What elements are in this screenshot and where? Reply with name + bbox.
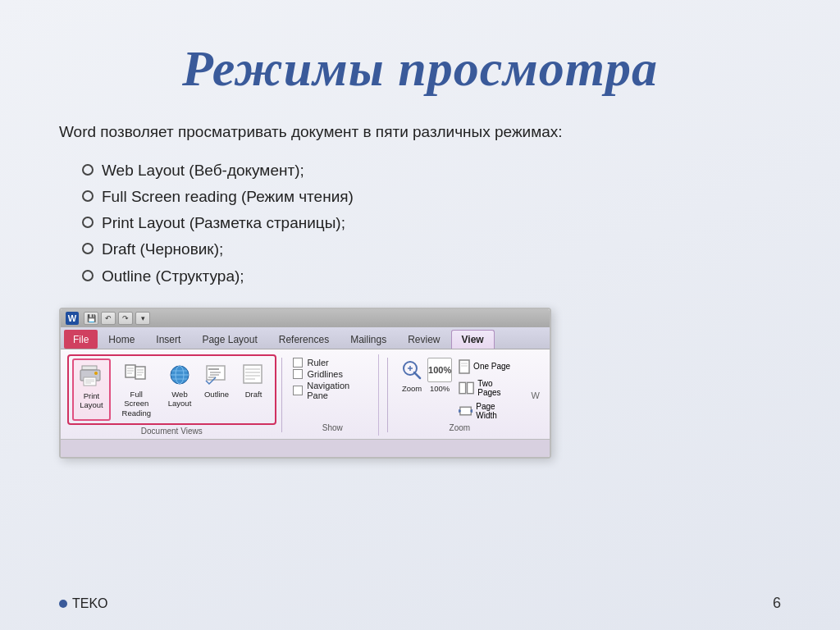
ribbon-divider-2: [387, 358, 388, 432]
tab-page-layout[interactable]: Page Layout: [191, 330, 267, 349]
doc-views-group: PrintLayout: [67, 354, 276, 436]
quick-access-toolbar: 💾 ↶ ↷ ▾: [84, 312, 150, 325]
show-group-items: Ruler Gridlines Navigation Pane: [293, 358, 372, 422]
nav-pane-label: Navigation Pane: [307, 381, 372, 400]
bullet-circle: [82, 164, 94, 176]
full-screen-label: Full ScreenReading: [117, 390, 156, 418]
tab-file[interactable]: File: [64, 330, 98, 349]
svg-rect-0: [82, 366, 97, 370]
ribbon-tabs: File Home Insert Page Layout References …: [61, 327, 550, 349]
print-layout-label: PrintLayout: [80, 391, 103, 410]
zoom-label: Zoom: [402, 384, 422, 393]
gridlines-label: Gridlines: [307, 369, 342, 379]
word-status-bar: [61, 439, 550, 457]
zoom-100-label: 100%: [430, 384, 450, 393]
doc-views-label: Document Views: [67, 427, 276, 436]
outline-label: Outline: [204, 390, 229, 399]
zoom-buttons: Zoom 100% 100%: [399, 358, 520, 422]
two-pages-label: Two Pages: [477, 379, 516, 397]
list-item: Draft (Черновик);: [82, 236, 781, 262]
footer-brand: ТEKO: [72, 596, 108, 611]
doc-views-outline: PrintLayout: [67, 354, 276, 425]
outline-icon: [203, 362, 230, 388]
save-qat-btn[interactable]: 💾: [84, 312, 98, 325]
footer-brand-container: ТEKO: [59, 596, 108, 611]
draft-button[interactable]: Draft: [236, 358, 272, 421]
word-screenshot: W 💾 ↶ ↷ ▾ File Home Insert Page Layout R…: [59, 308, 551, 459]
one-page-button[interactable]: One Page: [455, 358, 520, 376]
tab-home[interactable]: Home: [98, 330, 145, 349]
nav-pane-checkbox[interactable]: [293, 386, 303, 395]
footer-page-number: 6: [773, 595, 781, 612]
ruler-item: Ruler: [293, 358, 372, 368]
svg-rect-38: [468, 382, 474, 393]
ruler-checkbox[interactable]: [293, 358, 303, 368]
bullet-circle: [82, 190, 94, 202]
web-layout-button[interactable]: WebLayout: [162, 358, 198, 421]
zoom-button[interactable]: Zoom: [399, 358, 424, 393]
redo-qat-btn[interactable]: ↷: [118, 312, 133, 325]
tab-view[interactable]: View: [451, 330, 495, 349]
gridlines-item: Gridlines: [293, 369, 372, 379]
word-title-bar: W 💾 ↶ ↷ ▾: [61, 309, 550, 327]
slide-footer: ТEKO 6: [59, 595, 781, 612]
two-pages-button[interactable]: Two Pages: [455, 377, 520, 399]
bullet-list: Web Layout (Веб-документ); Full Screen r…: [82, 158, 781, 290]
zoom-100-icon: 100%: [427, 358, 452, 382]
bullet-circle: [82, 270, 94, 281]
more-ribbon-indicator: W: [528, 354, 543, 436]
slide-title: Режимы просмотра: [59, 39, 781, 98]
tab-mailings[interactable]: Mailings: [340, 330, 397, 349]
show-group: Ruler Gridlines Navigation Pane Show: [286, 354, 379, 436]
svg-line-31: [414, 372, 420, 378]
full-screen-button[interactable]: Full ScreenReading: [112, 358, 161, 421]
zoom-group: Zoom 100% 100%: [393, 354, 527, 436]
print-layout-button[interactable]: PrintLayout: [72, 358, 111, 421]
pages-buttons: One Page Two Pages: [455, 358, 520, 422]
bullet-circle: [82, 243, 94, 254]
footer-dot: [59, 600, 67, 608]
undo-qat-btn[interactable]: ↶: [101, 312, 116, 325]
print-layout-icon: [79, 363, 105, 390]
show-label: Show: [293, 423, 372, 432]
bullet-circle: [82, 217, 94, 228]
list-item: Print Layout (Разметка страницы);: [82, 210, 781, 236]
ribbon-divider: [281, 358, 282, 432]
tab-insert[interactable]: Insert: [145, 330, 191, 349]
gridlines-checkbox[interactable]: [293, 369, 303, 379]
zoom-100-button[interactable]: 100% 100%: [427, 358, 452, 393]
svg-rect-34: [459, 360, 469, 373]
svg-rect-37: [459, 382, 466, 393]
nav-pane-item: Navigation Pane: [293, 381, 372, 400]
list-item: Web Layout (Веб-документ);: [82, 158, 781, 184]
web-layout-icon: [167, 362, 193, 388]
draft-icon: [240, 362, 267, 388]
web-layout-label: WebLayout: [168, 390, 192, 409]
full-screen-icon: [123, 362, 149, 388]
svg-rect-39: [460, 407, 471, 415]
svg-rect-25: [244, 365, 262, 383]
more-qat-btn[interactable]: ▾: [135, 312, 150, 325]
list-item: Outline (Структура);: [82, 263, 781, 290]
svg-point-6: [94, 372, 98, 375]
word-logo-icon: W: [66, 312, 79, 325]
one-page-label: One Page: [473, 362, 510, 371]
zoom-icon-wrap: [399, 358, 424, 382]
tab-references[interactable]: References: [268, 330, 340, 349]
ruler-label: Ruler: [307, 358, 328, 368]
ribbon-content: PrintLayout: [61, 349, 550, 439]
slide-intro: Word позволяет просматривать документ в …: [59, 121, 781, 144]
tab-review[interactable]: Review: [397, 330, 450, 349]
outline-button[interactable]: Outline: [199, 358, 235, 421]
draft-label: Draft: [245, 390, 262, 399]
page-width-button[interactable]: Page Width: [455, 400, 520, 422]
zoom-group-label: Zoom: [399, 423, 520, 432]
list-item: Full Screen reading (Режим чтения): [82, 184, 781, 210]
presentation-slide: Режимы просмотра Word позволяет просматр…: [0, 0, 840, 630]
page-width-label: Page Width: [476, 402, 516, 420]
